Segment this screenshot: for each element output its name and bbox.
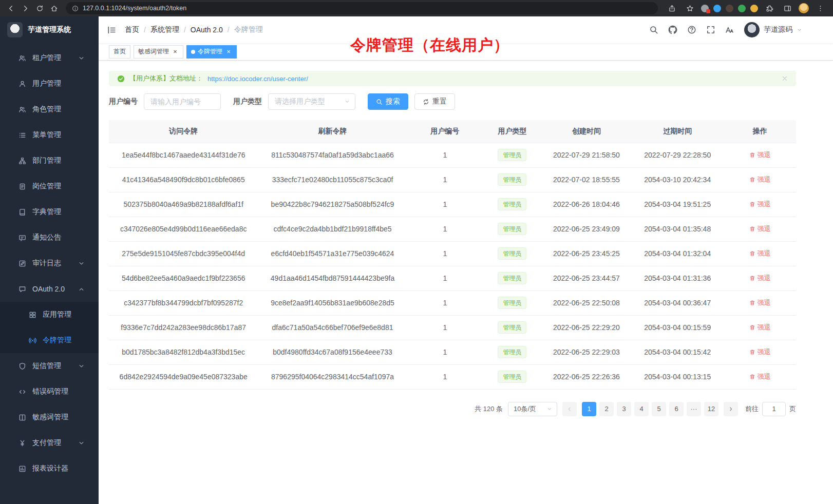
tab-sensitive-word[interactable]: 敏感词管理×: [134, 45, 183, 59]
prev-page-button[interactable]: [562, 402, 577, 416]
force-logout-button[interactable]: 强退: [749, 200, 771, 209]
help-icon[interactable]: [687, 25, 696, 34]
extension-icon[interactable]: [750, 5, 758, 12]
sidebar-item-error-code[interactable]: 错误码管理: [0, 379, 99, 404]
next-page-button[interactable]: [724, 402, 738, 416]
force-logout-label: 强退: [758, 347, 771, 357]
sidebar-item-dept[interactable]: 部门管理: [0, 148, 99, 173]
app-logo[interactable]: 芋道管理系统: [0, 16, 99, 43]
user-id-input[interactable]: [144, 93, 221, 110]
github-icon[interactable]: [668, 25, 677, 34]
share-button[interactable]: [665, 2, 678, 15]
page-size-select[interactable]: 10条/页: [508, 402, 557, 416]
create-time-cell: 2022-06-25 23:44:57: [542, 266, 631, 290]
force-logout-button[interactable]: 强退: [749, 347, 771, 357]
breadcrumb-item[interactable]: OAuth 2.0: [191, 26, 223, 34]
page-button-1[interactable]: 1: [582, 402, 596, 416]
tab-home[interactable]: 首页: [109, 45, 130, 59]
browser-back-button[interactable]: [4, 2, 17, 15]
user-type-cell: 管理员: [483, 340, 542, 364]
page-button-12[interactable]: 12: [704, 402, 718, 416]
sidebar-item-report[interactable]: 报表设计器: [0, 456, 99, 481]
force-logout-button[interactable]: 强退: [749, 274, 771, 283]
pager-ellipsis[interactable]: ···: [687, 402, 701, 416]
sidebar-item-oauth2[interactable]: OAuth 2.0: [0, 276, 99, 302]
extension-icon[interactable]: [738, 5, 746, 12]
page-button-5[interactable]: 5: [652, 402, 666, 416]
font-size-icon[interactable]: [725, 25, 734, 34]
force-logout-button[interactable]: 强退: [749, 323, 771, 332]
sidebar-item-audit-log[interactable]: 审计日志: [0, 250, 99, 276]
extensions-menu-button[interactable]: [763, 2, 776, 15]
oauth-icon: [18, 285, 26, 293]
force-logout-label: 强退: [758, 249, 771, 258]
trash-icon: [749, 250, 755, 257]
tab-close-icon[interactable]: ×: [225, 48, 232, 55]
access-token-cell: 502375b8040a469a9b82188afdf6af1f: [109, 192, 258, 217]
site-info-icon[interactable]: [72, 5, 79, 12]
user-id-cell: 1: [407, 167, 483, 192]
sidebar-item-label: 支付管理: [32, 438, 61, 448]
page-button-4[interactable]: 4: [634, 402, 649, 416]
browser-reload-button[interactable]: [33, 2, 46, 15]
browser-forward-button[interactable]: [18, 2, 32, 15]
user-menu[interactable]: 芋道源码: [744, 22, 802, 37]
browser-address-bar[interactable]: 127.0.0.1:1024/system/oauth2/token: [66, 2, 658, 14]
extension-icon[interactable]: [701, 5, 709, 12]
force-logout-button[interactable]: 强退: [749, 249, 771, 258]
force-logout-button[interactable]: 强退: [749, 224, 771, 234]
tab-token[interactable]: 令牌管理×: [186, 45, 237, 59]
force-logout-button[interactable]: 强退: [749, 175, 771, 184]
expire-time-cell: 2054-03-04 00:15:42: [631, 340, 724, 364]
sidebar-item-pay[interactable]: 支付管理: [0, 430, 99, 456]
goto-page-input[interactable]: [762, 402, 786, 416]
user-type-select[interactable]: 请选择用户类型: [268, 93, 355, 110]
sidebar-item-sensitive-word[interactable]: 敏感词管理: [0, 404, 99, 430]
sidebar-item-oauth2-token[interactable]: 令牌管理: [0, 327, 99, 353]
breadcrumb-item[interactable]: 系统管理: [150, 25, 179, 34]
breadcrumb: 首页/系统管理/OAuth 2.0/令牌管理: [125, 25, 263, 34]
sidebar-toggle-icon[interactable]: [107, 25, 117, 35]
force-logout-button[interactable]: 强退: [749, 372, 771, 381]
sidebar-item-oauth2-app[interactable]: 应用管理: [0, 302, 99, 327]
browser-toolbar: 127.0.0.1:1024/system/oauth2/token: [0, 0, 833, 16]
side-panel-button[interactable]: [781, 2, 794, 15]
user-type-cell: 管理员: [483, 315, 542, 340]
sidebar-item-tenant[interactable]: 租户管理: [0, 45, 99, 71]
reset-button[interactable]: 重置: [414, 93, 455, 110]
sidebar-item-notice[interactable]: 通知公告: [0, 225, 99, 250]
sidebar-item-sms[interactable]: 短信管理: [0, 353, 99, 379]
search-icon[interactable]: [649, 25, 658, 34]
breadcrumb-item[interactable]: 首页: [125, 25, 139, 34]
sidebar-item-menu[interactable]: 菜单管理: [0, 122, 99, 148]
force-logout-button[interactable]: 强退: [749, 298, 771, 307]
force-logout-button[interactable]: 强退: [749, 150, 771, 160]
sidebar-item-dict[interactable]: 字典管理: [0, 199, 99, 225]
user-type-badge: 管理员: [498, 173, 526, 186]
tab-close-icon[interactable]: ×: [172, 48, 179, 55]
fullscreen-icon[interactable]: [706, 25, 715, 34]
browser-profile-avatar[interactable]: [799, 3, 809, 13]
sidebar-item-post[interactable]: 岗位管理: [0, 173, 99, 199]
pagination: 共 120 条 10条/页 123456···12 前往 页: [109, 402, 796, 416]
sidebar-item-role[interactable]: 角色管理: [0, 96, 99, 122]
refresh-token-cell: 333ecfc71e02480cb11055c875c3ca0f: [258, 167, 407, 192]
action-cell: 强退: [724, 143, 796, 167]
bookmark-button[interactable]: [683, 2, 696, 15]
search-button[interactable]: 搜索: [368, 93, 408, 110]
extension-icon[interactable]: [713, 5, 721, 12]
alert-close-icon[interactable]: [782, 75, 788, 82]
browser-menu-button[interactable]: [813, 2, 827, 15]
sidebar-item-user[interactable]: 用户管理: [0, 71, 99, 96]
page-button-2[interactable]: 2: [599, 402, 614, 416]
access-token-cell: c342377bf8b344799dcbf7bf095287f2: [109, 290, 258, 315]
alert-doc-link[interactable]: https://doc.iocoder.cn/user-center/: [207, 75, 308, 83]
dict-icon: [18, 208, 26, 216]
extension-icon[interactable]: [726, 5, 733, 12]
success-check-icon: [117, 75, 125, 83]
tab-label: 首页: [113, 47, 126, 56]
browser-home-button[interactable]: [47, 2, 61, 15]
page-content: 【用户体系】文档地址： https://doc.iocoder.cn/user-…: [99, 61, 833, 504]
page-button-3[interactable]: 3: [617, 402, 631, 416]
page-button-6[interactable]: 6: [669, 402, 684, 416]
